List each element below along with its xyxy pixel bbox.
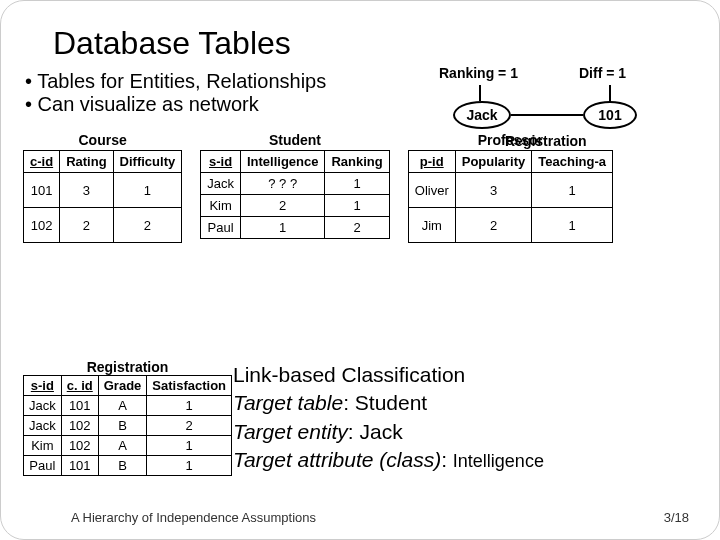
line-4: Target attribute (class): Intelligence — [233, 446, 544, 474]
node-101: 101 — [583, 101, 637, 129]
line-3: Target entity: Jack — [233, 418, 544, 446]
network-diagram: Ranking = 1 Diff = 1 Jack 101 Registrati… — [449, 69, 689, 169]
table-row: Paul 101 B 1 — [24, 456, 232, 476]
table-row: 101 3 1 — [24, 173, 182, 208]
edge-label: Registration — [505, 133, 587, 149]
footer-left: A Hierarchy of Independence Assumptions — [71, 510, 316, 525]
table-row: Jack 102 B 2 — [24, 416, 232, 436]
table-row: Kim 102 A 1 — [24, 436, 232, 456]
tick-right — [609, 85, 611, 101]
ranking-label: Ranking = 1 — [439, 65, 518, 81]
course-title: Course — [23, 132, 182, 148]
slide-title: Database Tables — [53, 25, 697, 62]
reg-h1: s-id — [24, 376, 62, 396]
table-row: Jack 101 A 1 — [24, 396, 232, 416]
line-1: Link-based Classification — [233, 361, 544, 389]
registration-title: Registration — [23, 359, 232, 375]
course-table-wrap: Course c-id Rating Difficulty 101 3 1 10… — [23, 132, 182, 243]
node-jack: Jack — [453, 101, 511, 129]
registration-table: s-id c. id Grade Satisfaction Jack 101 A… — [23, 375, 232, 476]
table-row: c-id Rating Difficulty — [24, 151, 182, 173]
table-row: Oliver 3 1 — [408, 173, 612, 208]
table-row: s-id c. id Grade Satisfaction — [24, 376, 232, 396]
student-title: Student — [200, 132, 390, 148]
footer-right: 3/18 — [664, 510, 689, 525]
course-h2: Rating — [60, 151, 113, 173]
student-h1: s-id — [201, 151, 241, 173]
course-h3: Difficulty — [113, 151, 182, 173]
student-table: s-id Intelligence Ranking Jack ? ? ? 1 K… — [200, 150, 390, 239]
diff-label: Diff = 1 — [579, 65, 626, 81]
reg-h2: c. id — [61, 376, 98, 396]
table-row: Jack ? ? ? 1 — [201, 173, 390, 195]
table-row: s-id Intelligence Ranking — [201, 151, 390, 173]
edge-line — [511, 114, 583, 116]
registration-table-wrap: Registration s-id c. id Grade Satisfacti… — [23, 359, 232, 476]
student-h2: Intelligence — [240, 151, 325, 173]
course-table: c-id Rating Difficulty 101 3 1 102 2 2 — [23, 150, 182, 243]
course-h1: c-id — [24, 151, 60, 173]
tick-left — [479, 85, 481, 101]
table-row: Kim 2 1 — [201, 195, 390, 217]
reg-h3: Grade — [98, 376, 147, 396]
line-2: Target table: Student — [233, 389, 544, 417]
table-row: Paul 1 2 — [201, 217, 390, 239]
student-table-wrap: Student s-id Intelligence Ranking Jack ?… — [200, 132, 390, 239]
student-h3: Ranking — [325, 151, 389, 173]
reg-h4: Satisfaction — [147, 376, 232, 396]
table-row: Jim 2 1 — [408, 208, 612, 243]
body-text: Link-based Classification Target table: … — [233, 361, 544, 474]
table-row: 102 2 2 — [24, 208, 182, 243]
